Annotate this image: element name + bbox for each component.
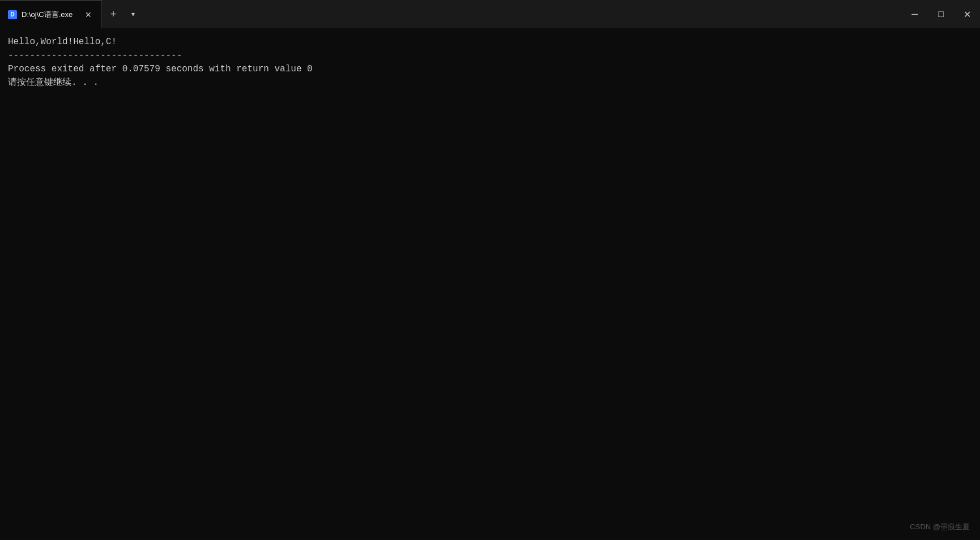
window-controls: ─ □ ✕ xyxy=(902,0,980,28)
new-tab-button[interactable]: + xyxy=(102,0,125,28)
tab-area: D D:\oj\C语言.exe ✕ + ▾ xyxy=(0,0,902,28)
close-button[interactable]: ✕ xyxy=(954,0,980,28)
close-tab-icon: ✕ xyxy=(85,10,92,19)
tab-icon: D xyxy=(8,10,17,19)
tab-icon-label: D xyxy=(10,11,14,18)
watermark-text: CSDN @墨痕生夏 xyxy=(910,522,970,531)
title-bar: D D:\oj\C语言.exe ✕ + ▾ ─ □ ✕ xyxy=(0,0,980,28)
dropdown-icon: ▾ xyxy=(131,10,135,18)
tab-close-button[interactable]: ✕ xyxy=(83,10,93,20)
new-tab-icon: + xyxy=(110,8,117,20)
maximize-icon: □ xyxy=(938,9,944,19)
output-line-3: Process exited after 0.07579 seconds wit… xyxy=(8,62,972,76)
watermark: CSDN @墨痕生夏 xyxy=(910,522,970,532)
maximize-button[interactable]: □ xyxy=(928,0,954,28)
output-line-4: 请按任意键继续. . . xyxy=(8,76,972,89)
output-line-2: -------------------------------- xyxy=(8,49,972,62)
minimize-icon: ─ xyxy=(911,9,918,19)
active-tab[interactable]: D D:\oj\C语言.exe ✕ xyxy=(0,0,102,28)
tab-dropdown-button[interactable]: ▾ xyxy=(125,0,142,28)
tab-title: D:\oj\C语言.exe xyxy=(22,10,79,20)
terminal-window: D D:\oj\C语言.exe ✕ + ▾ ─ □ ✕ xyxy=(0,0,980,540)
output-line-1: Hello,World!Hello,C! xyxy=(8,35,972,49)
minimize-button[interactable]: ─ xyxy=(902,0,928,28)
terminal-content[interactable]: Hello,World!Hello,C! -------------------… xyxy=(0,28,980,540)
close-icon: ✕ xyxy=(964,9,971,20)
